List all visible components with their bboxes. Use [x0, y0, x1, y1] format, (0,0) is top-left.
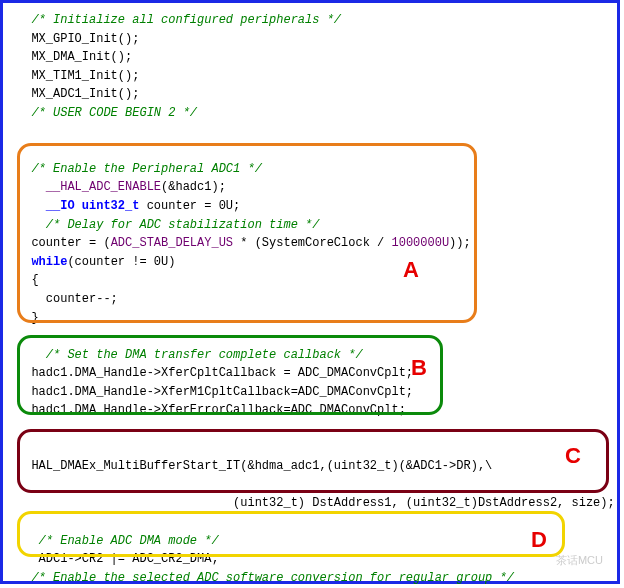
line-while: while(counter != 0U)	[17, 253, 607, 272]
label-a: A	[403, 253, 419, 287]
line-counter-assign: counter = (ADC_STAB_DELAY_US * (SystemCo…	[17, 234, 607, 253]
brace-open: {	[17, 271, 607, 290]
watermark: 茶话MCU	[556, 552, 603, 569]
line-cr2-dma: ADC1->CR2 |= ADC_CR2_DMA;	[17, 550, 607, 569]
call-gpio-init: MX_GPIO_Init();	[17, 30, 607, 49]
line-xfer-cplt: hadc1.DMA_Handle->XferCpltCallback = ADC…	[17, 364, 607, 383]
comment-enable-adc-dma: /* Enable ADC DMA mode */	[17, 532, 607, 551]
line-counter-decl: __IO uint32_t counter = 0U;	[17, 197, 607, 216]
code-frame: /* Initialize all configured peripherals…	[0, 0, 620, 584]
line-multibuf-1: HAL_DMAEx_MultiBufferStart_IT(&hdma_adc1…	[17, 457, 607, 476]
blank-line	[17, 123, 607, 142]
line-multibuf-2: (uint32_t) DstAddress1, (uint32_t)DstAdd…	[17, 494, 607, 513]
blank-line	[17, 439, 607, 458]
label-c: C	[565, 439, 581, 473]
call-tim1-init: MX_TIM1_Init();	[17, 67, 607, 86]
line-counter-dec: counter--;	[17, 290, 607, 309]
comment-init-periph: /* Initialize all configured peripherals…	[17, 11, 607, 30]
comment-stab-delay: /* Delay for ADC stabilization time */	[17, 216, 607, 235]
blank-line	[17, 327, 607, 346]
line-xfer-m1: hadc1.DMA_Handle->XferM1CpltCallback=ADC…	[17, 383, 607, 402]
brace-close: }	[17, 309, 607, 328]
blank-line	[17, 513, 607, 532]
comment-dma-cb: /* Set the DMA transfer complete callbac…	[17, 346, 607, 365]
label-b: B	[411, 351, 427, 385]
label-d: D	[531, 523, 547, 557]
comment-enable-sw-conv: /* Enable the selected ADC software conv…	[17, 569, 607, 584]
comment-user-begin: /* USER CODE BEGIN 2 */	[17, 104, 607, 123]
blank-line	[17, 420, 607, 439]
call-adc1-init: MX_ADC1_Init();	[17, 85, 607, 104]
call-dma-init: MX_DMA_Init();	[17, 48, 607, 67]
line-hal-enable: __HAL_ADC_ENABLE(&hadc1);	[17, 178, 607, 197]
blank-line	[17, 141, 607, 160]
line-xfer-err: hadc1.DMA_Handle->XferErrorCallback=ADC_…	[17, 401, 607, 420]
blank-line	[17, 476, 607, 495]
comment-enable-periph: /* Enable the Peripheral ADC1 */	[17, 160, 607, 179]
